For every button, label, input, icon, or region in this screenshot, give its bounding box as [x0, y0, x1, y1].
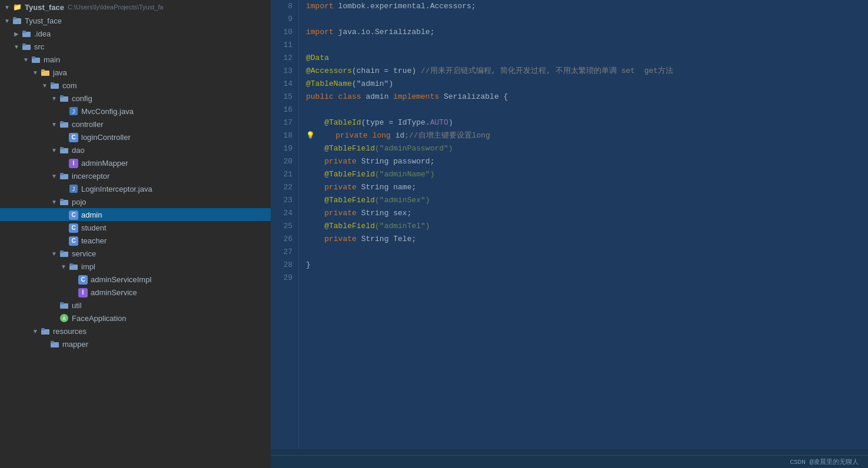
label-incerceptor: incerceptor — [72, 172, 109, 180]
icon-controller — [59, 119, 69, 129]
line-num-26: 26 — [271, 233, 292, 246]
code-line-14: @TableName("admin") — [306, 78, 868, 91]
icon-pojo — [59, 197, 69, 206]
arrow-com: ▼ — [40, 82, 49, 89]
line-num-23: 23 — [271, 194, 292, 207]
code-line-22: private String name; — [306, 181, 868, 194]
icon-java — [40, 68, 51, 77]
tree-item-dao[interactable]: ▼dao — [0, 143, 271, 156]
svg-rect-35 — [41, 328, 45, 330]
tree-item-src[interactable]: ▼src — [0, 40, 271, 53]
icon-util — [59, 300, 69, 310]
arrow-idea: ▶ — [12, 31, 21, 37]
project-header: ▼ 📁 Tyust_face C:\Users\ly\IdeaProjects\… — [0, 0, 271, 14]
file-tree[interactable]: ▼ 📁 Tyust_face C:\Users\ly\IdeaProjects\… — [0, 0, 271, 468]
code-line-9 — [306, 13, 868, 26]
code-editor: 8910111213141516171819202122232425262728… — [271, 0, 868, 468]
icon-FaceApplication: A — [59, 313, 69, 323]
icon-com — [49, 81, 60, 90]
svg-rect-25 — [60, 199, 64, 201]
svg-text:J: J — [72, 109, 75, 115]
tree-item-loginController[interactable]: CloginController — [0, 131, 271, 143]
svg-rect-9 — [41, 69, 45, 72]
tree-item-mapper[interactable]: mapper — [0, 337, 271, 350]
code-line-21: @TableField("adminName") — [306, 168, 868, 181]
tree-item-admin[interactable]: Cadmin — [0, 208, 271, 221]
status-text: CSDN @凌晨里的无聊人 — [790, 457, 859, 466]
arrow-java: ▼ — [31, 69, 40, 76]
code-line-29 — [306, 272, 868, 285]
line-num-25: 25 — [271, 220, 292, 233]
line-num-24: 24 — [271, 207, 292, 220]
label-FaceApplication: FaceApplication — [72, 314, 127, 323]
label-LoginInterceptor: LoginInterceptor.java — [81, 185, 152, 193]
line-num-17: 17 — [271, 116, 292, 129]
horizontal-scrollbar[interactable] — [271, 449, 868, 455]
code-line-13: @Accessors(chain = true) //用来开启链式编程, 简化开… — [306, 65, 868, 78]
tree-item-util[interactable]: util — [0, 299, 271, 312]
code-line-12: @Data — [306, 52, 868, 65]
tree-item-project-root[interactable]: ▼Tyust_face — [0, 14, 271, 27]
tree-item-adminMapper[interactable]: IadminMapper — [0, 156, 271, 169]
tree-item-MvcConfig[interactable]: JMvcConfig.java — [0, 105, 271, 118]
svg-rect-37 — [51, 341, 54, 343]
label-teacher: teacher — [81, 236, 107, 245]
arrow-incerceptor: ▼ — [49, 173, 59, 179]
svg-text:J: J — [72, 186, 75, 192]
svg-rect-21 — [60, 173, 64, 175]
label-MvcConfig: MvcConfig.java — [81, 107, 134, 116]
svg-text:A: A — [62, 316, 66, 322]
project-arrow: ▼ — [2, 4, 12, 11]
code-line-10: import java.io.Serializable; — [306, 26, 868, 39]
tree-item-service[interactable]: ▼service — [0, 247, 271, 260]
tree-item-FaceApplication[interactable]: AFaceApplication — [0, 312, 271, 325]
svg-rect-3 — [22, 31, 26, 33]
label-student: student — [81, 223, 107, 232]
tree-item-resources[interactable]: ▼resources — [0, 325, 271, 337]
arrow-controller: ▼ — [49, 121, 59, 128]
line-num-20: 20 — [271, 155, 292, 168]
svg-rect-29 — [69, 263, 73, 266]
code-area[interactable]: import lombok.experimental.Accessors;imp… — [299, 0, 868, 449]
arrow-pojo: ▼ — [49, 199, 59, 205]
tree-item-pojo[interactable]: ▼pojo — [0, 195, 271, 208]
project-path: C:\Users\ly\IdeaProjects\Tyust_fa — [68, 4, 164, 11]
label-src: src — [34, 42, 44, 51]
icon-config — [59, 93, 69, 103]
code-line-24: private String sex; — [306, 207, 868, 220]
tree-item-adminService[interactable]: IadminService — [0, 286, 271, 299]
tree-item-controller[interactable]: ▼controller — [0, 118, 271, 131]
tree-item-config[interactable]: ▼config — [0, 92, 271, 105]
icon-adminMapper: I — [68, 158, 79, 168]
arrow-service: ▼ — [49, 250, 59, 257]
tree-item-adminServiceImpl[interactable]: CadminServiceImpl — [0, 273, 271, 286]
icon-resources — [40, 326, 51, 336]
line-num-29: 29 — [271, 272, 292, 285]
label-loginController: loginController — [81, 133, 131, 142]
label-service: service — [72, 249, 96, 258]
icon-adminService: I — [78, 288, 88, 297]
tree-item-java[interactable]: ▼java — [0, 66, 271, 79]
code-line-8: import lombok.experimental.Accessors; — [306, 0, 868, 13]
project-name: Tyust_face — [25, 3, 64, 12]
icon-admin: C — [68, 210, 79, 219]
icon-idea — [21, 29, 32, 38]
code-line-18: 💡 private long id;//自增主键要设置long — [306, 129, 868, 142]
icon-dao — [59, 145, 69, 155]
label-com: com — [62, 81, 77, 90]
tree-item-student[interactable]: Cstudent — [0, 221, 271, 234]
lightbulb-icon[interactable]: 💡 — [306, 129, 315, 142]
icon-project-root — [12, 16, 22, 25]
tree-item-main[interactable]: ▼main — [0, 53, 271, 66]
svg-rect-19 — [60, 147, 64, 149]
code-line-11 — [306, 39, 868, 52]
tree-item-impl[interactable]: ▼impl — [0, 260, 271, 273]
svg-rect-31 — [60, 302, 64, 305]
tree-item-idea[interactable]: ▶.idea — [0, 27, 271, 40]
tree-item-teacher[interactable]: Cteacher — [0, 234, 271, 247]
status-bar: CSDN @凌晨里的无聊人 — [271, 455, 868, 468]
tree-item-com[interactable]: ▼com — [0, 79, 271, 92]
tree-item-incerceptor[interactable]: ▼incerceptor — [0, 169, 271, 182]
line-num-27: 27 — [271, 246, 292, 259]
tree-item-LoginInterceptor[interactable]: JLoginInterceptor.java — [0, 182, 271, 195]
